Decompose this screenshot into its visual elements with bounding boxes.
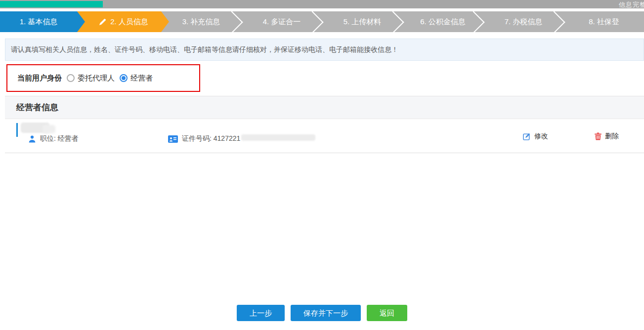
step-wizard: 1. 基本信息 2. 人员信息 3. 补充信息 4. 多证合一 5. 上传材料 … bbox=[0, 11, 644, 32]
person-icon bbox=[28, 135, 36, 143]
position-field: 职位: 经营者 bbox=[28, 134, 79, 143]
tab-personnel-info[interactable]: 2. 人员信息 bbox=[77, 11, 169, 32]
radio-operator-label: 经营者 bbox=[130, 74, 153, 83]
id-card-icon bbox=[168, 135, 178, 143]
radio-option-agent[interactable]: 委托代理人 bbox=[67, 74, 115, 83]
tab-personnel-info-label: 2. 人员信息 bbox=[110, 17, 148, 27]
operator-card: 职位: 经营者 证件号码: 4127221 修改 删除 bbox=[5, 119, 644, 153]
tab-upload-materials[interactable]: 5. 上传材料 bbox=[323, 11, 402, 32]
pencil-icon bbox=[99, 18, 106, 26]
id-number-label: 证件号码: bbox=[182, 134, 214, 142]
name-accent-bar bbox=[16, 123, 18, 137]
radio-agent-label: 委托代理人 bbox=[78, 74, 115, 83]
footer-actions: 上一步 保存并下一步 返回 bbox=[0, 305, 644, 321]
back-button[interactable]: 返回 bbox=[367, 305, 407, 321]
save-next-button[interactable]: 保存并下一步 bbox=[291, 305, 361, 321]
radio-selected-icon[interactable] bbox=[120, 74, 128, 82]
tab-tax-info[interactable]: 7. 办税信息 bbox=[484, 11, 563, 32]
tab-multi-certificate[interactable]: 4. 多证合一 bbox=[242, 11, 321, 32]
completeness-label: 信息完整 bbox=[619, 0, 644, 9]
delete-button[interactable]: 删除 bbox=[595, 132, 619, 141]
id-number-field: 证件号码: 4127221 bbox=[168, 134, 315, 143]
trash-icon bbox=[595, 132, 601, 140]
tab-basic-info-label: 1. 基本信息 bbox=[20, 17, 58, 27]
section-header: 经营者信息 bbox=[5, 96, 644, 119]
delete-label: 删除 bbox=[605, 132, 619, 141]
radio-unselected-icon[interactable] bbox=[67, 74, 75, 82]
section-title: 经营者信息 bbox=[16, 102, 58, 113]
page: 信息完整 1. 基本信息 2. 人员信息 3. 补充信息 4. 多证合一 5. … bbox=[0, 0, 644, 330]
edit-icon bbox=[523, 132, 531, 140]
redacted-id-digits bbox=[241, 134, 315, 141]
id-number-prefix: 4127221 bbox=[214, 134, 241, 142]
radio-option-operator[interactable]: 经营者 bbox=[120, 74, 153, 83]
notice-text: 请认真填写相关人员信息，姓名、证件号码、移动电话、电子邮箱等信息请仔细核对，并保… bbox=[11, 45, 398, 54]
identity-annotation-box: 当前用户身份 委托代理人 经营者 bbox=[6, 64, 200, 92]
tab-social-security[interactable]: 8. 社保登 bbox=[564, 11, 644, 32]
edit-button[interactable]: 修改 bbox=[523, 132, 548, 141]
completeness-progress-fill bbox=[0, 1, 103, 7]
redacted-name-blur bbox=[43, 125, 55, 133]
prev-step-button[interactable]: 上一步 bbox=[237, 305, 285, 321]
tab-basic-info[interactable]: 1. 基本信息 bbox=[0, 11, 85, 32]
position-label: 职位: bbox=[40, 134, 58, 142]
completeness-bar: 信息完整 bbox=[0, 0, 644, 8]
tab-supplementary-info[interactable]: 3. 补充信息 bbox=[162, 11, 241, 32]
edit-label: 修改 bbox=[534, 132, 548, 141]
identity-label: 当前用户身份 bbox=[17, 74, 62, 83]
notice-bar: 请认真填写相关人员信息，姓名、证件号码、移动电话、电子邮箱等信息请仔细核对，并保… bbox=[5, 39, 644, 61]
tab-provident-fund[interactable]: 6. 公积金信息 bbox=[403, 11, 482, 32]
position-value: 经营者 bbox=[58, 134, 79, 142]
